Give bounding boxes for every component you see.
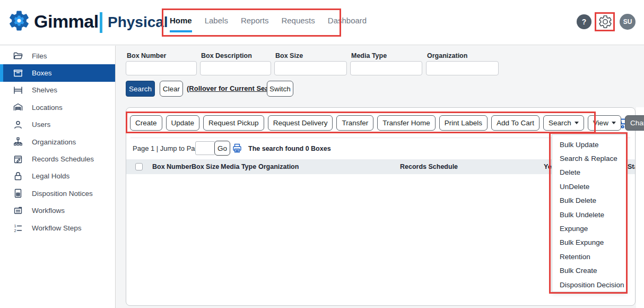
- menu-item-expunge[interactable]: Expunge: [552, 221, 626, 235]
- box-description-input[interactable]: [200, 61, 271, 75]
- box-size-input[interactable]: [274, 61, 347, 75]
- sidebar-item-label: Locations: [32, 104, 63, 112]
- menu-item-bulk-delete[interactable]: Bulk Delete: [552, 194, 626, 208]
- sidebar-item-records-schedules[interactable]: Records Schedules: [0, 150, 115, 167]
- nav-tab-dashboard[interactable]: Dashboard: [328, 16, 367, 29]
- transfer-button[interactable]: Transfer: [336, 115, 373, 131]
- request-delivery-button[interactable]: Request Delivery: [268, 115, 333, 131]
- sidebar-item-label: Shelves: [32, 86, 57, 94]
- settings-gear-icon[interactable]: [598, 14, 613, 29]
- page-jump-label: Page 1 | Jump to Page:: [133, 144, 205, 152]
- sidebar-item-label: Workflow Steps: [32, 224, 82, 232]
- sidebar-item-legal-holds[interactable]: Legal Holds: [0, 168, 115, 185]
- caret-down-icon: [612, 122, 616, 124]
- card-lines-icon: [13, 206, 23, 216]
- nav-tab-home[interactable]: Home: [170, 16, 192, 29]
- sidebar-item-label: Workflows: [32, 207, 65, 215]
- switch-button[interactable]: Switch: [267, 81, 293, 97]
- go-button[interactable]: Go: [214, 141, 230, 156]
- column-header-box-number[interactable]: Box Number: [152, 163, 192, 170]
- app-header: Gimmal Physical Home Labels Reports Requ…: [0, 0, 644, 45]
- caret-down-icon: [575, 122, 579, 124]
- sidebar: Files Boxes Shelves Locations Users Orga…: [0, 46, 116, 308]
- sidebar-item-label: Users: [32, 121, 50, 129]
- menu-item-bulk-update[interactable]: Bulk Update: [552, 138, 626, 151]
- create-button[interactable]: Create: [130, 115, 162, 131]
- view-dropdown-button[interactable]: View: [588, 115, 621, 131]
- print-labels-button[interactable]: Print Labels: [439, 115, 488, 131]
- menu-item-bulk-expunge[interactable]: Bulk Expunge: [552, 236, 626, 250]
- folder-icon: [13, 50, 23, 61]
- nav-tab-reports[interactable]: Reports: [241, 16, 269, 29]
- sidebar-item-workflows[interactable]: Workflows: [0, 202, 115, 219]
- sidebar-item-users[interactable]: Users: [0, 116, 115, 133]
- request-pickup-button[interactable]: Request Pickup: [203, 115, 264, 131]
- menu-item-disposition-decision[interactable]: Disposition Decision: [552, 278, 626, 292]
- jump-to-page-input[interactable]: [195, 141, 215, 155]
- org-chart-icon: [13, 136, 23, 147]
- search-dropdown-button[interactable]: Search: [543, 115, 584, 131]
- change-dropdown-menu: Bulk Update Search & Replace Delete UnDe…: [552, 134, 626, 292]
- sidebar-item-locations[interactable]: Locations: [0, 99, 115, 116]
- svg-text:2: 2: [14, 228, 16, 233]
- warehouse-icon: [13, 102, 23, 113]
- lock-icon: [13, 171, 23, 182]
- actions-toolbar: Create Update Request Pickup Request Del…: [130, 115, 644, 131]
- brand-name: Gimmal: [34, 11, 99, 32]
- column-header-media-type[interactable]: Media Type: [221, 163, 256, 170]
- media-type-input[interactable]: [350, 61, 422, 75]
- nav-tab-labels[interactable]: Labels: [205, 16, 228, 29]
- box-icon: [13, 68, 23, 79]
- change-dropdown-button[interactable]: Change: [625, 115, 644, 131]
- sidebar-item-label: Boxes: [32, 69, 52, 77]
- organization-input[interactable]: [426, 61, 499, 75]
- sidebar-item-workflow-steps[interactable]: 12 Workflow Steps: [0, 219, 115, 236]
- menu-item-bulk-create[interactable]: Bulk Create: [552, 264, 626, 278]
- gimmal-logo-gear-icon: [7, 8, 31, 33]
- sidebar-item-label: Records Schedules: [32, 155, 94, 163]
- select-all-checkbox[interactable]: [135, 163, 143, 170]
- sidebar-item-boxes[interactable]: Boxes: [0, 64, 115, 81]
- main-nav: Home Labels Reports Requests Dashboard: [170, 16, 367, 29]
- sidebar-item-label: Disposition Notices: [32, 190, 93, 198]
- transfer-home-button[interactable]: Transfer Home: [377, 115, 436, 131]
- brand-product-name: Physical: [108, 14, 168, 31]
- search-button[interactable]: Search: [126, 81, 155, 97]
- add-to-cart-button[interactable]: Add To Cart: [491, 115, 539, 131]
- filter-label-media-type: Media Type: [351, 52, 387, 59]
- sidebar-item-organizations[interactable]: Organizations: [0, 133, 115, 150]
- user-avatar[interactable]: SU: [620, 14, 636, 30]
- column-header-box-size[interactable]: Box Size: [192, 163, 219, 170]
- sidebar-item-label: Organizations: [32, 138, 76, 146]
- clear-button[interactable]: Clear: [160, 81, 183, 97]
- search-dropdown-label: Search: [549, 119, 571, 127]
- calendar-edit-icon: [13, 154, 23, 165]
- sidebar-item-label: Legal Holds: [32, 172, 69, 180]
- filter-label-box-number: Box Number: [127, 52, 166, 59]
- menu-item-retention[interactable]: Retention: [552, 250, 626, 263]
- document-grid-icon: [13, 188, 23, 199]
- nav-tab-requests[interactable]: Requests: [281, 16, 315, 29]
- panel-right-margin: [636, 107, 644, 308]
- help-button[interactable]: ?: [577, 14, 591, 29]
- printer-icon[interactable]: [232, 143, 242, 153]
- question-mark-icon: ?: [582, 18, 587, 26]
- menu-item-bulk-undelete[interactable]: Bulk Undelete: [552, 208, 626, 221]
- avatar-initials: SU: [623, 18, 632, 25]
- menu-item-search-replace[interactable]: Search & Replace: [552, 151, 626, 165]
- menu-item-undelete[interactable]: UnDelete: [552, 179, 626, 193]
- box-number-input[interactable]: [126, 61, 197, 75]
- sidebar-item-disposition-notices[interactable]: Disposition Notices: [0, 185, 115, 202]
- filter-label-box-size: Box Size: [275, 52, 303, 59]
- menu-item-delete[interactable]: Delete: [552, 166, 626, 179]
- sidebar-item-shelves[interactable]: Shelves: [0, 82, 115, 99]
- column-header-records-schedule[interactable]: Records Schedule: [400, 163, 458, 170]
- brand-divider: [100, 12, 102, 33]
- sidebar-item-files[interactable]: Files: [0, 47, 115, 64]
- numbered-list-icon: 12: [13, 223, 23, 233]
- column-header-organization[interactable]: Organization: [258, 163, 299, 170]
- column-header-status[interactable]: Status: [628, 163, 635, 170]
- sidebar-item-label: Files: [32, 52, 47, 60]
- shelf-icon: [13, 85, 23, 96]
- update-button[interactable]: Update: [166, 115, 200, 131]
